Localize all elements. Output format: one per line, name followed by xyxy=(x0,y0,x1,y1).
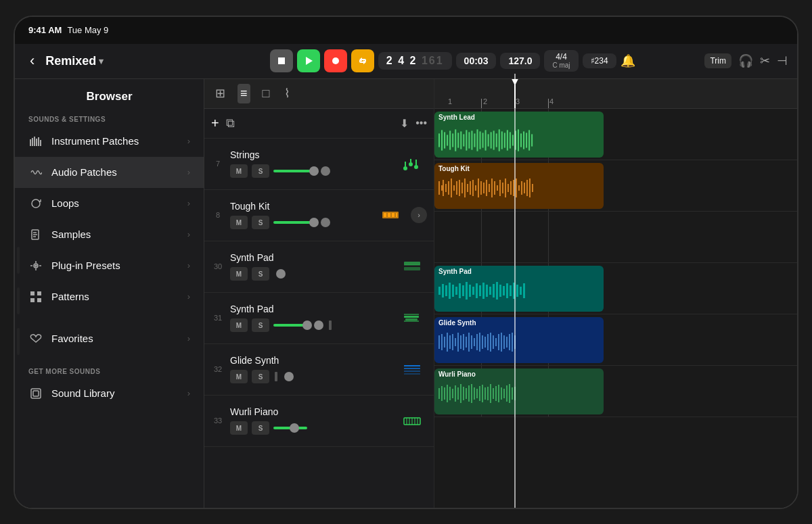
clip-label: Wurli Piano xyxy=(434,368,604,380)
timeline-row-synth-pad-30 xyxy=(434,212,797,263)
grid-view-button[interactable]: ⊞ xyxy=(212,83,228,103)
clip-waveform: // waveform bars rendered inline xyxy=(434,123,604,158)
svg-rect-108 xyxy=(508,184,509,192)
bpm-display[interactable]: 127.0 xyxy=(500,53,540,69)
svg-rect-184 xyxy=(468,385,470,402)
pan-knob[interactable] xyxy=(284,372,294,381)
pan-knob[interactable] xyxy=(321,166,330,176)
browser-item-plugin-presets[interactable]: Plug-in Presets › xyxy=(15,250,204,281)
svg-rect-102 xyxy=(491,178,493,197)
browser-sidebar: Browser SOUNDS & SETTINGS Instrum xyxy=(15,79,204,508)
volume-knob xyxy=(290,423,299,433)
track-icon-area xyxy=(397,259,427,274)
solo-button[interactable]: S xyxy=(252,318,269,332)
plug-view-button[interactable]: ⌇ xyxy=(281,83,293,103)
tough-kit-clip[interactable]: Tough Kit xyxy=(434,163,604,209)
pan-knob[interactable] xyxy=(276,269,286,279)
scissors-icon[interactable]: ✂ xyxy=(760,53,770,68)
mute-button[interactable]: M xyxy=(230,216,248,229)
solo-button[interactable]: S xyxy=(252,216,269,229)
side-button-3 xyxy=(17,328,20,355)
transpose-display[interactable]: ♯234 xyxy=(583,53,616,68)
svg-point-2 xyxy=(332,57,339,64)
track-row: 33 Wurli Piano M S xyxy=(204,396,434,447)
mute-button[interactable]: M xyxy=(230,318,248,332)
track-row: 30 Synth Pad M S xyxy=(204,241,434,293)
svg-rect-57 xyxy=(466,130,467,150)
volume-slider[interactable] xyxy=(273,427,307,429)
timeline-row-wurli-piano: Wurli Piano xyxy=(434,366,797,417)
add-track-button[interactable]: + xyxy=(211,116,219,131)
solo-button[interactable]: S xyxy=(252,267,269,281)
solo-button[interactable]: S xyxy=(252,164,269,178)
expand-button[interactable]: › xyxy=(411,207,427,223)
svg-rect-17 xyxy=(31,389,41,398)
audio-patches-icon xyxy=(28,165,43,180)
download-icon[interactable]: ⬇ xyxy=(400,117,409,130)
project-dropdown-icon[interactable]: ▾ xyxy=(99,56,104,66)
status-time: 9:41 AM xyxy=(28,25,62,35)
svg-rect-150 xyxy=(455,338,456,346)
metronome-icon[interactable]: 🔔 xyxy=(621,53,635,68)
time-display[interactable]: 00:03 xyxy=(456,53,497,69)
mute-button[interactable]: M xyxy=(230,370,248,383)
wurli-piano-clip[interactable]: Wurli Piano xyxy=(434,368,604,414)
svg-rect-87 xyxy=(451,178,452,197)
toolbar-left: ‹ Remixed ▾ xyxy=(24,49,200,72)
record-button[interactable] xyxy=(324,49,347,72)
browser-item-instrument-patches[interactable]: Instrument Patches › xyxy=(15,126,204,157)
playhead xyxy=(514,79,516,108)
browser-item-sound-library[interactable]: Sound Library › xyxy=(15,378,204,409)
back-button[interactable]: ‹ xyxy=(24,49,40,72)
svg-rect-132 xyxy=(486,285,488,297)
volume-slider[interactable] xyxy=(273,170,314,172)
headphones-icon[interactable]: 🎧 xyxy=(738,53,753,68)
svg-rect-137 xyxy=(503,286,505,295)
mute-button[interactable]: M xyxy=(230,421,248,435)
synth-pad-clip[interactable]: Synth Pad xyxy=(434,266,604,312)
stop-button[interactable] xyxy=(270,49,293,72)
pan-knob[interactable] xyxy=(321,218,330,227)
synth-lead-clip[interactable]: Synth Lead // waveform bars rendered inl… xyxy=(434,112,604,158)
duplicate-track-button[interactable]: ⧉ xyxy=(226,116,235,130)
track-name: Strings xyxy=(230,149,392,160)
trim-button[interactable]: Trim xyxy=(704,53,731,68)
time-sig-display[interactable]: 4/4 C maj xyxy=(544,50,578,72)
browser-item-samples[interactable]: Samples › xyxy=(15,219,204,250)
more-options-icon[interactable]: ••• xyxy=(415,117,427,129)
browser-item-audio-patches[interactable]: Audio Patches › xyxy=(15,157,204,188)
track-controls: M S xyxy=(230,267,392,281)
svg-rect-62 xyxy=(480,131,481,149)
volume-slider[interactable] xyxy=(273,221,314,224)
volume-slider[interactable] xyxy=(273,324,307,327)
play-button[interactable] xyxy=(297,49,320,72)
track-number: 30 xyxy=(211,262,225,270)
svg-rect-64 xyxy=(485,130,487,150)
svg-rect-48 xyxy=(441,130,443,150)
ruler-mark-4: 4 xyxy=(549,97,554,105)
glide-synth-clip[interactable]: Glide Synth xyxy=(434,317,604,363)
loop-button[interactable] xyxy=(351,49,374,72)
mute-button[interactable]: M xyxy=(230,267,248,281)
browser-item-patterns[interactable]: Patterns › xyxy=(15,281,204,312)
split-icon[interactable]: ⊣ xyxy=(777,53,788,68)
solo-button[interactable]: S xyxy=(252,370,269,383)
solo-button[interactable]: S xyxy=(252,421,269,435)
project-name[interactable]: Remixed ▾ xyxy=(45,54,104,68)
layout-view-button[interactable]: □ xyxy=(260,84,273,103)
svg-rect-68 xyxy=(496,133,497,147)
mute-button[interactable]: M xyxy=(230,164,248,178)
favorites-label: Favorites xyxy=(51,333,179,344)
svg-rect-73 xyxy=(510,132,511,148)
patterns-chevron: › xyxy=(187,291,190,302)
ruler-mark-3: 3 xyxy=(516,97,520,105)
browser-item-loops[interactable]: Loops › xyxy=(15,188,204,219)
svg-rect-161 xyxy=(484,337,486,348)
svg-point-12 xyxy=(35,265,37,266)
list-view-button[interactable]: ≡ xyxy=(238,84,250,103)
browser-item-favorites[interactable]: Favorites › xyxy=(15,323,204,354)
track-info: Synth Pad M S xyxy=(230,252,392,281)
ruler-mark-2: 2 xyxy=(483,97,487,105)
position-display[interactable]: 2 4 2 161 xyxy=(378,52,452,70)
pan-knob[interactable] xyxy=(314,320,323,330)
